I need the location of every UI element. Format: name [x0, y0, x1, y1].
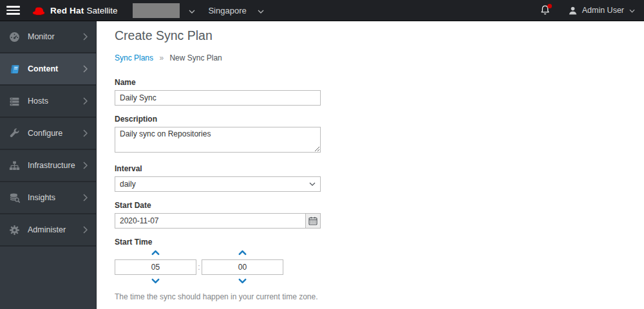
interval-label: Interval [115, 164, 321, 173]
brand-logo: Red Hat Satellite [32, 6, 117, 15]
sidebar-item-insights[interactable]: Insights [0, 182, 96, 214]
organization-name-redacted [133, 3, 180, 18]
description-textarea[interactable]: Daily sync on Repositories [115, 127, 321, 153]
time-separator: : [198, 263, 200, 272]
breadcrumb-separator: » [159, 53, 164, 62]
sitemap-icon [9, 160, 20, 171]
chevron-up-icon [151, 250, 160, 256]
brand-product: Satellite [86, 6, 117, 15]
page-title: Create Sync Plan [115, 28, 644, 43]
chevron-right-icon [83, 97, 88, 105]
chevron-right-icon [83, 65, 88, 73]
sidebar-item-label: Content [28, 64, 58, 73]
chevron-down-icon [629, 6, 635, 15]
gear-icon [9, 225, 20, 236]
chevron-down-icon [189, 5, 195, 16]
book-icon [9, 64, 20, 75]
hours-input[interactable] [115, 259, 196, 275]
sidebar-item-label: Administer [28, 225, 66, 234]
notifications-bell-icon[interactable] [540, 5, 551, 16]
tachometer-icon [9, 32, 20, 42]
interval-select[interactable] [115, 176, 321, 192]
chevron-down-icon [151, 278, 160, 284]
sidebar-item-monitor[interactable]: Monitor [0, 21, 96, 53]
database-search-icon [9, 192, 20, 203]
sidebar-item-label: Monitor [28, 32, 55, 41]
breadcrumb-link-sync-plans[interactable]: Sync Plans [115, 53, 153, 62]
location-selector[interactable]: Singapore [208, 6, 263, 15]
start-time-label: Start Time [115, 238, 321, 247]
chevron-right-icon [83, 33, 88, 41]
sidebar-nav: Monitor Content [0, 21, 97, 309]
brand-name: Red Hat [50, 6, 84, 15]
description-field-group: Description Daily sync on Repositories [115, 115, 321, 155]
sync-plan-form: Name Description Daily sync on Repositor… [115, 78, 644, 309]
notification-badge [547, 4, 552, 8]
sidebar-item-hosts[interactable]: Hosts [0, 86, 96, 118]
wrench-icon [9, 128, 20, 139]
sidebar-item-administer[interactable]: Administer [0, 214, 96, 247]
sidebar-item-label: Insights [28, 193, 55, 202]
sidebar-item-infrastructure[interactable]: Infrastructure [0, 150, 96, 182]
chevron-right-icon [83, 226, 88, 234]
time-spinner: : [115, 250, 321, 285]
sidebar-item-label: Hosts [28, 97, 48, 106]
name-field-group: Name [115, 78, 321, 106]
chevron-down-icon [258, 6, 264, 15]
minutes-decrement-button[interactable] [238, 278, 247, 285]
minutes-input[interactable] [202, 259, 283, 275]
hours-decrement-button[interactable] [151, 278, 160, 285]
chevron-down-icon [238, 278, 247, 284]
server-icon [9, 96, 20, 107]
breadcrumb: Sync Plans » New Sync Plan [115, 53, 644, 62]
user-icon [568, 6, 578, 15]
description-label: Description [115, 115, 321, 124]
nav-toggle-button[interactable] [6, 6, 21, 15]
minutes-increment-button[interactable] [238, 250, 247, 256]
sidebar-item-content[interactable]: Content [0, 53, 96, 86]
chevron-right-icon [83, 162, 88, 169]
top-navbar: Red Hat Satellite Singapore Admin User [0, 0, 644, 21]
navbar-right: Admin User [540, 5, 635, 16]
calendar-icon [308, 216, 317, 225]
calendar-picker-button[interactable] [305, 213, 321, 229]
hours-increment-button[interactable] [151, 250, 160, 256]
chevron-up-icon [238, 250, 247, 256]
start-date-input[interactable] [115, 213, 305, 229]
sidebar-item-label: Infrastructure [28, 161, 75, 170]
sidebar-item-label: Configure [28, 129, 62, 138]
main-content: Create Sync Plan Sync Plans » New Sync P… [97, 21, 644, 309]
name-label: Name [115, 78, 321, 87]
interval-field-group: Interval [115, 164, 321, 192]
name-input[interactable] [115, 90, 321, 106]
user-menu[interactable]: Admin User [568, 6, 635, 15]
start-time-field-group: Start Time : [115, 238, 321, 285]
chevron-right-icon [83, 194, 88, 201]
start-date-label: Start Date [115, 201, 321, 210]
start-date-field-group: Start Date [115, 201, 321, 229]
user-name-label: Admin User [582, 6, 624, 15]
organization-selector[interactable] [133, 3, 195, 18]
breadcrumb-current: New Sync Plan [169, 53, 222, 62]
start-time-help-text: The time the sync should happen in your … [115, 292, 644, 301]
redhat-fedora-icon [32, 6, 46, 15]
sidebar-item-configure[interactable]: Configure [0, 118, 96, 150]
chevron-right-icon [83, 129, 88, 137]
location-label: Singapore [208, 6, 246, 15]
